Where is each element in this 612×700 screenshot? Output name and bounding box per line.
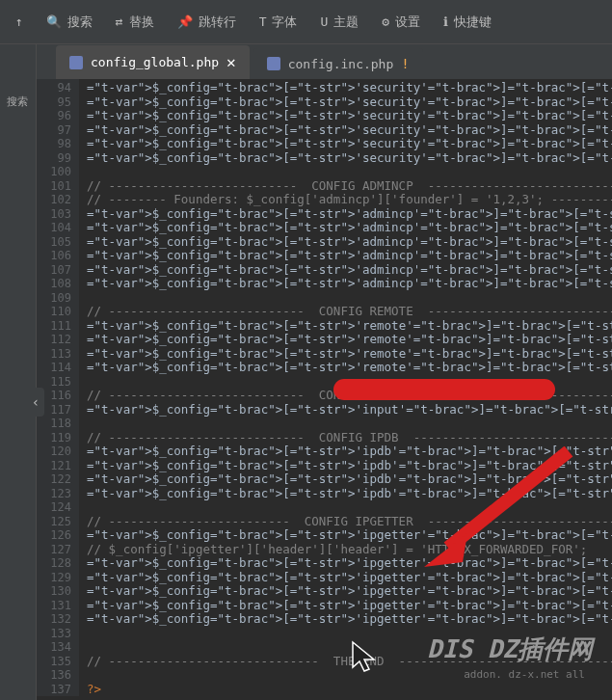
code-line[interactable]: // --------------------------- CONFIG IP… [87, 431, 612, 445]
toolbar-label: 主题 [333, 13, 359, 31]
line-number: 103 [37, 207, 71, 222]
toolbar-label: 设置 [395, 13, 420, 31]
line-number: 112 [37, 333, 71, 347]
line-number: 131 [37, 599, 71, 613]
watermark-subtitle: addon. dz-x.net all [464, 668, 585, 681]
font-icon: T [259, 14, 267, 29]
line-number: 133 [37, 627, 71, 641]
code-line[interactable]: // -------------------------- CONFIG ADM… [87, 179, 612, 194]
line-number: 105 [37, 235, 71, 250]
line-number: 123 [37, 487, 71, 501]
code-line[interactable]: ="t-var">$_config="t-brac">[="t-str">'ad… [87, 207, 612, 222]
warning-icon: ! [401, 56, 409, 71]
line-number: 118 [37, 417, 71, 431]
info-icon: ℹ [443, 14, 448, 29]
toolbar-label: 跳转行 [199, 13, 236, 31]
code-line[interactable]: ="t-var">$_config="t-brac">[="t-str">'ip… [87, 599, 612, 613]
code-line[interactable] [87, 417, 612, 431]
line-number: 137 [37, 683, 71, 697]
toolbar-item-settings[interactable]: ⚙ 设置 [370, 13, 432, 31]
line-number: 106 [37, 249, 71, 263]
svg-marker-0 [424, 533, 467, 567]
code-line[interactable]: ="t-var">$_config="t-brac">[="t-str">'ip… [87, 612, 612, 627]
code-line[interactable]: ="t-var">$_config="t-brac">[="t-str">'se… [87, 109, 612, 123]
close-icon[interactable]: ✕ [226, 53, 236, 71]
line-number: 98 [37, 137, 71, 151]
code-line[interactable]: ="t-var">$_config="t-brac">[="t-str">'re… [87, 319, 612, 334]
toolbar-label: 替换 [129, 13, 154, 31]
line-number: 107 [37, 263, 71, 278]
tab-config-global[interactable]: config_global.php ✕ [56, 45, 250, 79]
code-line[interactable]: ="t-var">$_config="t-brac">[="t-str">'re… [87, 333, 612, 347]
tab-config-inc[interactable]: config.inc.php ! [253, 48, 423, 79]
tab-label: config_global.php [91, 55, 219, 69]
line-number: 109 [37, 291, 71, 306]
watermark: DIS DZ插件网 [427, 633, 593, 666]
line-number: 115 [37, 375, 71, 390]
code-line[interactable]: ="t-var">$_config="t-brac">[="t-str">'ip… [87, 584, 612, 599]
code-line[interactable]: ="t-var">$_config="t-brac">[="t-str">'ad… [87, 235, 612, 250]
code-line[interactable]: // --------------------------- CONFIG RE… [87, 305, 612, 319]
toolbar-label: 快捷键 [454, 13, 492, 31]
code-line[interactable]: ?> [87, 683, 612, 697]
code-line[interactable]: ="t-var">$_config="t-brac">[="t-str">'se… [87, 123, 612, 138]
annotation-arrow [414, 446, 578, 572]
code-line[interactable]: ="t-var">$_config="t-brac">[="t-str">'se… [87, 81, 612, 95]
search-icon: 🔍 [46, 14, 62, 29]
line-number: 113 [37, 347, 71, 362]
toolbar-item-shortcuts[interactable]: ℹ 快捷键 [432, 13, 503, 31]
toolbar-item-replace[interactable]: ⇄ 替换 [104, 13, 166, 31]
toolbar-item-theme[interactable]: U 主题 [308, 13, 370, 31]
line-number: 121 [37, 459, 71, 473]
line-number: 108 [37, 277, 71, 291]
line-number: 100 [37, 165, 71, 179]
code-line[interactable] [87, 165, 612, 179]
code-line[interactable]: ="t-var">$_config="t-brac">[="t-str">'se… [87, 95, 612, 110]
tab-bar: config_global.php ✕ config.inc.php ! [37, 44, 612, 79]
code-line[interactable]: ="t-var">$_config="t-brac">[="t-str">'ad… [87, 249, 612, 263]
line-number: 136 [37, 668, 71, 683]
line-number: 128 [37, 556, 71, 571]
line-number: 99 [37, 151, 71, 166]
line-number: 94 [37, 81, 71, 95]
cursor-icon [349, 638, 380, 673]
line-number: 104 [37, 221, 71, 235]
sidebar-search-button[interactable]: 搜索 [0, 83, 35, 120]
line-number: 97 [37, 123, 71, 138]
code-line[interactable]: ="t-var">$_config="t-brac">[="t-str">'ip… [87, 571, 612, 585]
line-number: 95 [37, 95, 71, 110]
line-number: 132 [37, 612, 71, 627]
toolbar-item-first[interactable]: ↑ [4, 14, 35, 29]
line-number: 102 [37, 193, 71, 207]
line-number: 96 [37, 109, 71, 123]
code-line[interactable]: ="t-var">$_config="t-brac">[="t-str">'re… [87, 347, 612, 362]
php-icon [267, 57, 280, 70]
code-line[interactable]: ="t-var">$_config="t-brac">[="t-str">'ad… [87, 277, 612, 291]
code-line[interactable] [87, 291, 612, 306]
code-line[interactable]: // -------- Founders: $_config['admincp'… [87, 193, 612, 207]
code-line[interactable]: ="t-var">$_config="t-brac">[="t-str">'se… [87, 151, 612, 166]
line-number: 135 [37, 655, 71, 669]
code-line[interactable]: ="t-var">$_config="t-brac">[="t-str">'ad… [87, 221, 612, 235]
pin-icon: 📌 [177, 14, 193, 29]
line-number: 126 [37, 528, 71, 543]
line-number: 125 [37, 515, 71, 529]
line-number: 120 [37, 444, 71, 459]
toolbar-item-gotoline[interactable]: 📌 跳转行 [166, 13, 248, 31]
toolbar-item-font[interactable]: T 字体 [248, 13, 309, 31]
code-line[interactable]: ="t-var">$_config="t-brac">[="t-str">'ad… [87, 263, 612, 278]
line-number: 114 [37, 361, 71, 375]
line-number: 111 [37, 319, 71, 334]
code-line[interactable]: ="t-var">$_config="t-brac">[="t-str">'se… [87, 137, 612, 151]
toolbar-label: 字体 [272, 13, 297, 31]
gear-icon: ⚙ [382, 14, 389, 29]
line-number: 119 [37, 431, 71, 445]
toolbar-label: 搜索 [67, 13, 93, 31]
toolbar-item-search[interactable]: 🔍 搜索 [35, 13, 104, 31]
sidebar-toggle[interactable]: ‹ [27, 388, 44, 417]
code-line[interactable]: ="t-var">$_config="t-brac">[="t-str">'in… [87, 403, 612, 417]
sidebar: 搜索 [0, 44, 37, 700]
line-number: 130 [37, 584, 71, 599]
code-line[interactable]: ="t-var">$_config="t-brac">[="t-str">'re… [87, 361, 612, 375]
line-number: 124 [37, 500, 71, 515]
